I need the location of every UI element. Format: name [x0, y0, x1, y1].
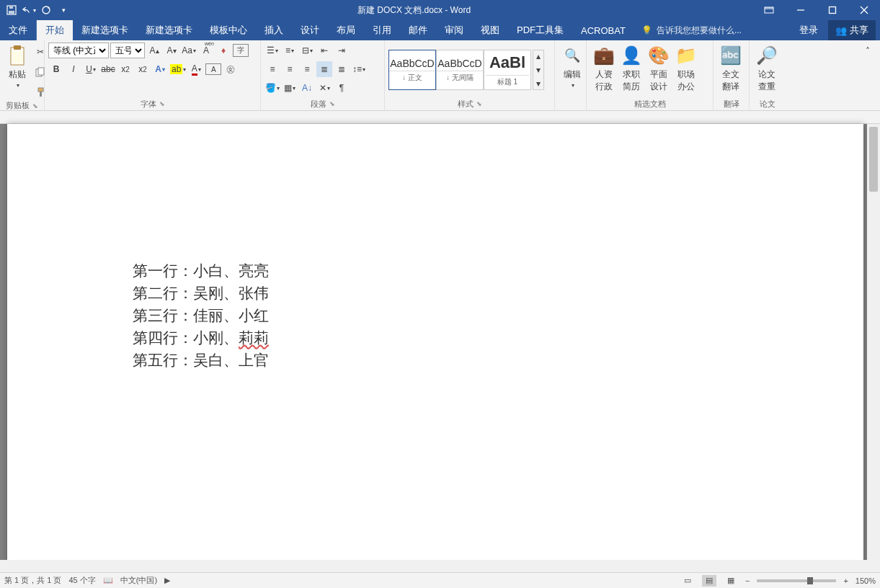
share-button[interactable]: 👥共享: [828, 20, 876, 40]
scrollbar-thumb[interactable]: [869, 127, 878, 192]
tell-me[interactable]: 💡告诉我您想要做什么...: [634, 20, 792, 40]
document-content[interactable]: 第一行：小白、亮亮 第二行：吴刚、张伟 第三行：佳丽、小红 第四行：小刚、莉莉 …: [133, 259, 269, 371]
grow-font-icon[interactable]: A▴: [146, 43, 162, 58]
tab-insert[interactable]: 插入: [256, 20, 292, 40]
scrollbar-horizontal[interactable]: [0, 560, 867, 572]
slider-thumb[interactable]: [807, 577, 813, 584]
save-icon[interactable]: [4, 3, 19, 17]
zoom-out-icon[interactable]: −: [745, 576, 750, 585]
macro-icon[interactable]: ▶: [164, 576, 170, 585]
underline-icon[interactable]: U▾: [83, 61, 99, 77]
qat-more-icon[interactable]: ▾: [56, 3, 71, 17]
tab-pdf-toolkit[interactable]: PDF工具集: [508, 20, 572, 40]
styles-down-icon[interactable]: ▾: [533, 64, 543, 76]
tab-references[interactable]: 引用: [364, 20, 400, 40]
ruler[interactable]: [0, 111, 880, 124]
tab-view[interactable]: 视图: [472, 20, 508, 40]
align-center-icon[interactable]: ≡: [282, 61, 298, 77]
tab-acrobat[interactable]: ACROBAT: [572, 20, 634, 40]
phonetic-guide-icon[interactable]: Awén: [198, 43, 214, 58]
tab-design[interactable]: 设计: [292, 20, 328, 40]
tab-newtab1[interactable]: 新建选项卡: [73, 20, 137, 40]
circled-char-icon[interactable]: ㊛: [223, 61, 239, 77]
spellcheck-icon[interactable]: 📖: [103, 576, 113, 585]
read-mode-icon[interactable]: ▭: [680, 575, 695, 587]
sort-icon[interactable]: A↓: [299, 80, 315, 96]
shading-icon[interactable]: 🪣▾: [265, 80, 280, 96]
numbering-icon[interactable]: ≡▾: [282, 43, 298, 58]
maximize-icon[interactable]: [817, 0, 848, 20]
word-count[interactable]: 45 个字: [68, 575, 95, 586]
multilevel-list-icon[interactable]: ⊟▾: [299, 43, 315, 58]
paste-button[interactable]: 粘贴 ▾: [4, 43, 31, 90]
highlight-icon[interactable]: ab▾: [169, 61, 187, 77]
style-no-spacing[interactable]: AaBbCcD↓ 无间隔: [436, 50, 484, 90]
doc-resume[interactable]: 👤求职 简历: [618, 43, 645, 94]
justify-icon[interactable]: ≣: [316, 61, 332, 77]
dialog-launcher-icon[interactable]: ⬊: [476, 100, 482, 107]
asian-layout-icon[interactable]: ✕▾: [316, 80, 332, 96]
line-spacing-icon[interactable]: ↕≡▾: [351, 61, 367, 77]
login-button[interactable]: 登录: [792, 24, 825, 37]
italic-icon[interactable]: I: [66, 61, 81, 77]
tab-file[interactable]: 文件: [0, 20, 37, 40]
text-effects-icon[interactable]: A▾: [152, 61, 168, 77]
chevron-down-icon: ▾: [572, 82, 574, 89]
subscript-icon[interactable]: x2: [117, 61, 133, 77]
zoom-slider[interactable]: [757, 579, 836, 582]
tab-mailings[interactable]: 邮件: [400, 20, 436, 40]
strikethrough-icon[interactable]: abc: [100, 61, 116, 77]
style-heading1[interactable]: AaBl标题 1: [484, 50, 531, 90]
redo-icon[interactable]: [39, 3, 53, 17]
font-size-combo[interactable]: 五号: [110, 43, 145, 58]
doc-design[interactable]: 🎨平面 设计: [645, 43, 672, 94]
tab-layout[interactable]: 布局: [328, 20, 364, 40]
change-case-icon[interactable]: Aa▾: [181, 43, 197, 58]
tab-newtab2[interactable]: 新建选项卡: [137, 20, 201, 40]
minimize-icon[interactable]: [785, 0, 817, 20]
full-translate-button[interactable]: 🔤全文 翻译: [717, 43, 745, 94]
font-color-icon[interactable]: A▾: [188, 61, 204, 77]
ribbon: 粘贴 ▾ ✂ 剪贴板⬊ 等线 (中文正 五号 A▴ A▾ Aa▾ Awén ♦ …: [0, 40, 880, 111]
align-right-icon[interactable]: ≡: [299, 61, 315, 77]
borders-icon[interactable]: ▦▾: [282, 80, 298, 96]
clear-formatting-icon[interactable]: ♦: [215, 43, 231, 58]
close-icon[interactable]: [848, 0, 880, 20]
editing-button[interactable]: 🔍编辑▾: [559, 43, 586, 90]
bullets-icon[interactable]: ☰▾: [265, 43, 280, 58]
undo-icon[interactable]: ▾: [22, 3, 36, 17]
style-normal[interactable]: AaBbCcD↓ 正文: [388, 50, 436, 90]
print-layout-icon[interactable]: ▤: [702, 575, 716, 587]
tab-home[interactable]: 开始: [37, 20, 73, 40]
collapse-ribbon-icon[interactable]: ˄: [860, 43, 876, 59]
dialog-launcher-icon[interactable]: ⬊: [32, 102, 38, 110]
doc-hr-admin[interactable]: 💼人资 行政: [590, 43, 618, 94]
page[interactable]: 第一行：小白、亮亮 第二行：吴刚、张伟 第三行：佳丽、小红 第四行：小刚、莉莉 …: [7, 124, 863, 572]
tab-review[interactable]: 审阅: [436, 20, 472, 40]
enclose-characters-icon[interactable]: 字: [233, 44, 249, 57]
distribute-icon[interactable]: ≣: [334, 61, 350, 77]
dialog-launcher-icon[interactable]: ⬊: [159, 100, 165, 107]
doc-office[interactable]: 📁职场 办公: [672, 43, 700, 94]
character-border-icon[interactable]: A: [205, 63, 221, 75]
bold-icon[interactable]: B: [48, 61, 64, 77]
decrease-indent-icon[interactable]: ⇤: [316, 43, 332, 58]
superscript-icon[interactable]: x2: [135, 61, 151, 77]
dialog-launcher-icon[interactable]: ⬊: [329, 100, 335, 107]
zoom-level[interactable]: 150%: [855, 576, 876, 585]
increase-indent-icon[interactable]: ⇥: [334, 43, 350, 58]
styles-up-icon[interactable]: ▴: [533, 50, 543, 62]
paper-check-button[interactable]: 🔎论文 查重: [753, 43, 781, 94]
tab-template-center[interactable]: 模板中心: [201, 20, 256, 40]
page-indicator[interactable]: 第 1 页，共 1 页: [4, 575, 61, 586]
zoom-in-icon[interactable]: +: [843, 576, 848, 585]
styles-more-icon[interactable]: ▾: [533, 78, 543, 89]
web-layout-icon[interactable]: ▦: [724, 575, 738, 587]
language-indicator[interactable]: 中文(中国): [120, 575, 157, 586]
align-left-icon[interactable]: ≡: [265, 61, 280, 77]
scrollbar-vertical[interactable]: [867, 124, 880, 572]
font-name-combo[interactable]: 等线 (中文正: [48, 43, 109, 58]
shrink-font-icon[interactable]: A▾: [164, 43, 179, 58]
ribbon-mode-icon[interactable]: [753, 0, 785, 20]
show-marks-icon[interactable]: ¶: [334, 80, 350, 96]
